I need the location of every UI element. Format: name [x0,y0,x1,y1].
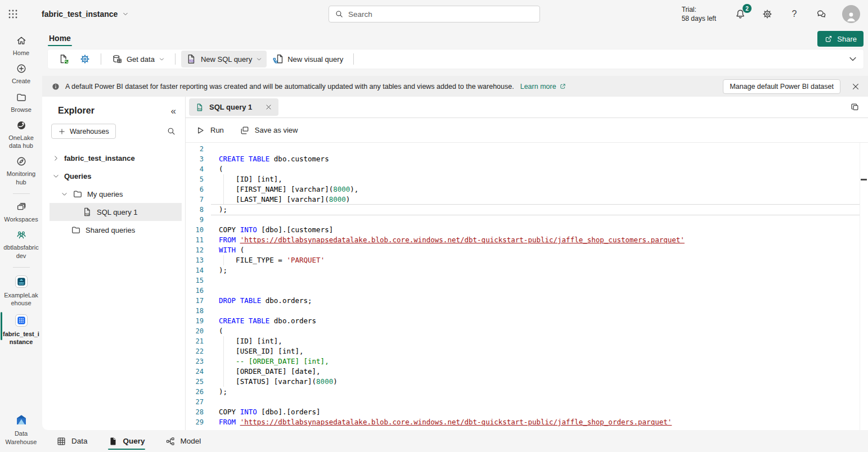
code-line-3[interactable]: 3CREATE TABLE dbo.customers [186,154,868,164]
code-line-7[interactable]: 7 [LAST_NAME] [varchar](8000) [186,195,868,205]
global-search[interactable] [329,6,540,22]
line-content: COPY INTO [dbo].[orders] [211,407,321,417]
code-line-23[interactable]: 23 -- [ORDER_DATE] [int], [186,356,868,367]
query-tab-title: SQL query 1 [209,103,252,111]
code-line-27[interactable]: 27 [186,397,868,407]
code-line-25[interactable]: 25 [STATUS] [varchar](8000) [186,377,868,387]
learn-more-link[interactable]: Learn more [520,83,566,91]
tree-item-shared-queries[interactable]: Shared queries [42,221,185,239]
rail-item-examplelakehouse[interactable]: ExampleLakehouse [0,275,42,308]
code-line-8[interactable]: 8); [186,205,868,215]
line-content [211,144,219,154]
view-switcher-bar: DataQueryModel [42,430,868,452]
code-line-24[interactable]: 24 [ORDER_DATE] [date], [186,367,868,377]
warehouses-label: Warehouses [70,128,109,135]
manage-dataset-button[interactable]: Manage default Power BI dataset [723,79,840,94]
tab-home[interactable]: Home [48,30,72,47]
rail-item-home[interactable]: Home [0,35,42,57]
line-content: ); [211,387,227,397]
tree-item-queries[interactable]: Queries [42,167,185,185]
scrollbar-cursor-marker[interactable] [861,179,867,180]
code-line-29[interactable]: 29FROM 'https://dbtlabsynapsedatalake.bl… [186,417,868,427]
chevron-down-icon [256,56,262,62]
code-line-12[interactable]: 12WITH ( [186,245,868,255]
new-sql-query-button[interactable]: SQL New SQL query [181,51,267,67]
chevron-down-icon[interactable] [61,191,68,198]
code-line-26[interactable]: 26); [186,387,868,397]
sql-code-editor[interactable]: 23CREATE TABLE dbo.customers4(5 [ID] [in… [186,143,868,430]
settings-button[interactable] [761,8,773,20]
code-line-17[interactable]: 17DROP TABLE dbo.orders; [186,296,868,306]
rail-item-data-warehouse[interactable]: Data Warehouse [0,413,42,446]
code-line-18[interactable]: 18 [186,306,868,316]
add-warehouses-button[interactable]: Warehouses [51,124,116,139]
query-tab[interactable]: SQL SQL query 1 [189,98,278,116]
code-line-2[interactable]: 2 [186,144,868,154]
code-line-16[interactable]: 16 [186,286,868,296]
code-line-28[interactable]: 28COPY INTO [dbo].[orders] [186,407,868,417]
code-line-5[interactable]: 5 [ID] [int], [186,174,868,184]
rail-item-monitoring-hub[interactable]: Monitoring hub [0,156,42,186]
new-sql-query-label: New SQL query [201,55,252,64]
rail-divider [13,267,30,268]
tab-close-icon[interactable] [265,103,272,111]
warehouse-settings-button[interactable] [75,51,95,67]
code-line-21[interactable]: 21 [ID] [int], [186,336,868,346]
help-button[interactable]: ? [788,8,800,20]
save-as-view-button[interactable]: Save as view [240,125,298,135]
rail-item-onelake-data-hub[interactable]: OneLake data hub [0,120,42,150]
new-visual-query-button[interactable]: New visual query [268,51,348,67]
code-line-10[interactable]: 10COPY INTO [dbo].[customers] [186,225,868,235]
code-line-20[interactable]: 20( [186,326,868,336]
plus-icon [58,128,66,135]
code-line-15[interactable]: 15 [186,275,868,286]
code-line-11[interactable]: 11FROM 'https://dbtlabsynapsedatalake.bl… [186,235,868,245]
code-line-13[interactable]: 13 FILE_TYPE = 'PARQUET' [186,255,868,265]
line-number: 2 [186,144,211,154]
gear-blue-icon [79,53,91,65]
view-tab-label: Data [71,437,88,445]
rail-item-fabric-test-instance[interactable]: fabric_test_instance [0,314,42,346]
left-nav-rail: HomeCreateBrowseOneLake data hubMonitori… [0,28,42,452]
database-icon [111,53,123,65]
workspace-switcher[interactable]: fabric_test_instance [42,10,129,19]
browse-icon [16,92,27,103]
view-tab-query[interactable]: Query [108,430,145,452]
view-tab-data[interactable]: Data [56,430,88,452]
code-line-19[interactable]: 19CREATE TABLE dbo.orders [186,316,868,326]
code-line-4[interactable]: 4( [186,164,868,174]
tree-item-my-queries[interactable]: My queries [42,185,185,203]
view-tab-model[interactable]: Model [165,430,201,452]
rail-item-workspaces[interactable]: Workspaces [0,201,42,223]
app-launcher-button[interactable] [0,0,26,28]
ribbon-collapse-chevron-icon[interactable] [848,54,858,64]
account-avatar[interactable] [842,5,860,23]
explorer-collapse-icon[interactable]: « [171,106,176,116]
copy-icon[interactable] [850,102,860,112]
chevron-right-icon[interactable] [52,155,60,162]
tree-item-fabric-test-instance[interactable]: fabric_test_instance [42,149,185,167]
tree-item-label: My queries [87,190,123,198]
workspaces-icon [16,201,27,213]
code-line-22[interactable]: 22 [USER_ID] [int], [186,346,868,356]
get-data-button[interactable]: Get data [107,51,169,67]
chevron-down-icon[interactable] [52,173,60,180]
rail-item-dbtlabsfabricdev[interactable]: dbtlabsfabricdev [0,229,42,260]
share-button[interactable]: Share [817,31,863,47]
banner-close-icon[interactable] [851,82,860,91]
search-input[interactable] [348,10,534,19]
code-line-14[interactable]: 14); [186,265,868,275]
workspace-people-icon [16,229,27,241]
tree-item-label: Shared queries [86,226,135,234]
code-line-9[interactable]: 9 [186,215,868,225]
feedback-button[interactable] [815,8,827,20]
tree-item-sql-query-1[interactable]: SQLSQL query 1 [50,203,182,221]
run-button[interactable]: Run [195,125,224,135]
rail-item-browse[interactable]: Browse [0,92,42,114]
explorer-search-icon[interactable] [167,126,176,136]
rail-item-create[interactable]: Create [0,63,42,85]
editor-right-divider [860,143,860,430]
code-line-6[interactable]: 6 [FIRST_NAME] [varchar](8000), [186,184,868,195]
refresh-button[interactable] [53,51,74,67]
notifications-button[interactable]: 2 [734,8,746,20]
